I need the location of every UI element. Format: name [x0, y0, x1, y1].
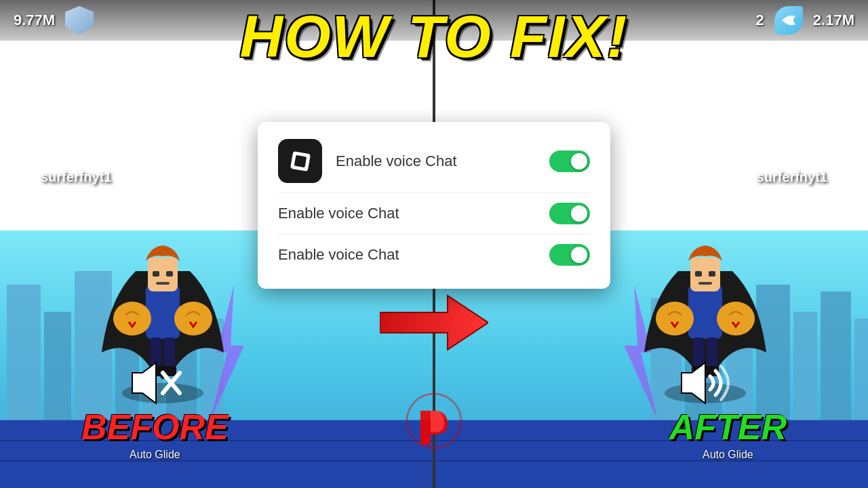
wing-icon — [774, 6, 803, 35]
toggle-knob-2 — [571, 205, 587, 222]
setting-label-1: Enable voice Chat — [336, 152, 536, 170]
svg-rect-25 — [153, 271, 159, 277]
before-label: BEFORE Auto Glide — [81, 407, 229, 461]
username-left: surferfnyt1 — [41, 169, 111, 185]
toggle-knob-3 — [571, 247, 587, 263]
svg-rect-37 — [695, 271, 702, 277]
after-label: AFTER Auto Glide — [669, 407, 787, 461]
main-title: HOW TO FIX! — [240, 7, 629, 66]
shield-icon — [65, 6, 94, 35]
setting-label-2: Enable voice Chat — [278, 205, 399, 222]
svg-rect-24 — [148, 258, 178, 291]
left-stat: 9.77M — [14, 12, 55, 29]
auto-glide-left: Auto Glide — [81, 449, 229, 461]
setting-label-3: Enable voice Chat — [278, 246, 399, 264]
toggle-1[interactable] — [549, 150, 590, 172]
hud-right: 2 2.17M — [756, 6, 854, 35]
before-text: BEFORE — [81, 407, 229, 447]
toggle-knob-1 — [571, 153, 587, 169]
settings-row-3: Enable voice Chat — [278, 235, 590, 275]
svg-rect-27 — [156, 282, 170, 285]
hud-left: 9.77M — [14, 6, 94, 35]
svg-rect-35 — [688, 285, 722, 339]
settings-row-1: Enable voice Chat — [278, 136, 590, 193]
username-right: surferfnyt1 — [757, 169, 827, 185]
playstation-logo — [400, 390, 468, 454]
after-text: AFTER — [669, 407, 787, 447]
svg-rect-23 — [146, 285, 180, 339]
svg-rect-39 — [698, 282, 712, 285]
svg-point-44 — [656, 302, 694, 336]
settings-panel: Enable voice Chat Enable voice Chat Enab… — [258, 122, 610, 289]
svg-rect-36 — [690, 258, 720, 291]
title-banner: HOW TO FIX! — [240, 7, 629, 66]
svg-marker-48 — [380, 296, 488, 350]
auto-glide-right: Auto Glide — [669, 449, 787, 461]
toggle-3[interactable] — [549, 244, 590, 266]
svg-point-32 — [113, 302, 151, 336]
right-number: 2 — [756, 12, 764, 29]
settings-row-2: Enable voice Chat — [278, 193, 590, 235]
roblox-icon — [278, 139, 322, 183]
svg-rect-26 — [166, 271, 173, 277]
svg-point-45 — [717, 302, 755, 336]
toggle-2[interactable] — [549, 203, 590, 224]
right-stat: 2.17M — [813, 12, 854, 29]
svg-rect-38 — [709, 271, 715, 277]
arrow-right — [380, 289, 488, 359]
svg-rect-21 — [294, 155, 307, 167]
svg-point-33 — [174, 302, 212, 336]
